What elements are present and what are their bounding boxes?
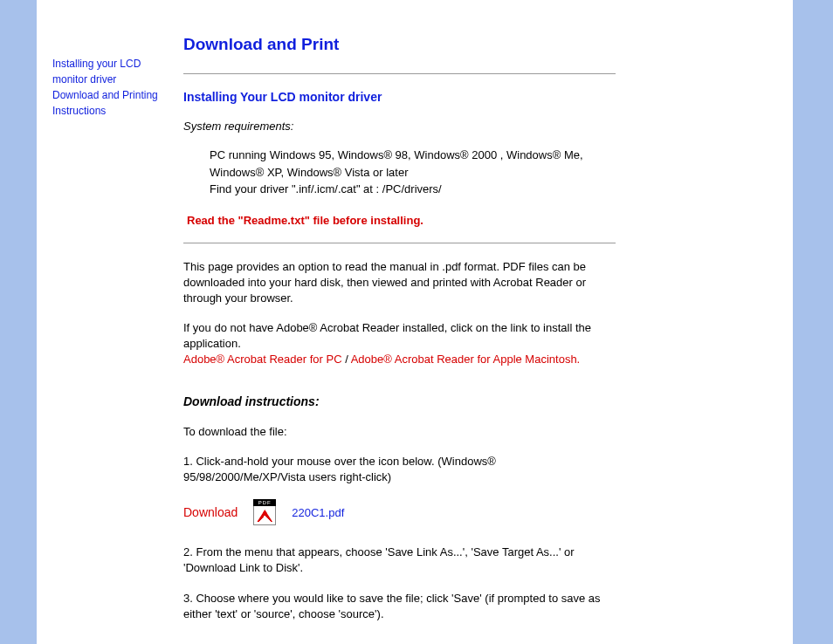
requirement-line: Find your driver ".inf/.icm/.cat" at : /… <box>210 181 616 198</box>
page-frame: Installing your LCD monitor driver Downl… <box>0 0 833 644</box>
divider <box>183 73 616 74</box>
page-title: Download and Print <box>183 35 616 54</box>
intro-paragraph: This page provides an option to read the… <box>183 259 616 307</box>
sidebar-nav: Installing your LCD monitor driver Downl… <box>37 0 183 644</box>
main-area: Installing your LCD monitor driver Downl… <box>37 0 793 644</box>
divider <box>183 243 616 243</box>
download-row: Download 220C1.pdf <box>183 499 616 525</box>
sidebar-link-install-driver[interactable]: Installing your LCD monitor driver <box>52 58 141 86</box>
step-3: 3. Choose where you would like to save t… <box>183 591 616 622</box>
left-margin-bar <box>0 0 37 644</box>
adobe-reader-pc-link[interactable]: Adobe® Acrobat Reader for PC <box>183 353 342 366</box>
sidebar-link-download-print[interactable]: Download and Printing Instructions <box>52 89 158 117</box>
pdf-icon[interactable] <box>253 499 276 525</box>
step-2: 2. From the menu that appears, choose 'S… <box>183 545 616 576</box>
readme-warning: Read the "Readme.txt" file before instal… <box>187 214 616 227</box>
link-separator: / <box>342 353 351 366</box>
system-requirements-label: System requirements: <box>183 120 616 133</box>
download-intro: To download the file: <box>183 424 616 440</box>
download-label: Download <box>183 505 238 519</box>
adobe-reader-mac-link[interactable]: Adobe® Acrobat Reader for Apple Macintos… <box>351 353 581 366</box>
pdf-file-link[interactable]: 220C1.pdf <box>292 506 344 519</box>
content-column: Download and Print Installing Your LCD m… <box>183 0 642 644</box>
step-1: 1. Click-and-hold your mouse over the ic… <box>183 454 616 485</box>
download-instructions-heading: Download instructions: <box>183 394 616 408</box>
adobe-lead-text: If you do not have Adobe® Acrobat Reader… <box>183 321 591 350</box>
adobe-paragraph: If you do not have Adobe® Acrobat Reader… <box>183 320 616 368</box>
requirements-block: PC running Windows 95, Windows® 98, Wind… <box>210 147 616 198</box>
right-margin-bar <box>796 0 833 644</box>
requirement-line: PC running Windows 95, Windows® 98, Wind… <box>210 147 616 181</box>
section-heading-install: Installing Your LCD monitor driver <box>183 90 616 104</box>
